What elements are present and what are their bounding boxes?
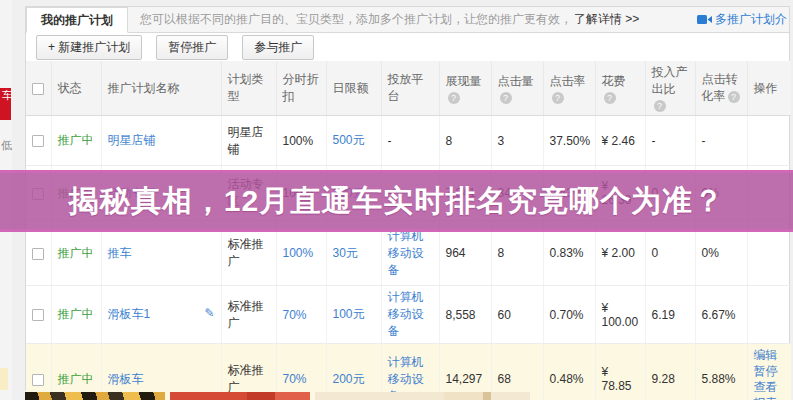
actions-cell xyxy=(747,116,791,166)
column-header-label: 计划类型 xyxy=(228,72,264,103)
status-cell: 推广中 xyxy=(51,286,101,344)
table-row: 推广中滑板车1✎标准推广70%100元计算机 移动设备8,558600.70%¥… xyxy=(26,286,791,344)
column-header-label: 推广计划名称 xyxy=(108,81,180,95)
sidebar-red-badge: 车 xyxy=(0,88,11,120)
status-badge: 推广中 xyxy=(58,133,94,147)
info-icon[interactable]: ? xyxy=(552,92,564,104)
column-header-9: 花费? xyxy=(595,61,645,116)
column-header-label: 展现量 xyxy=(446,74,482,88)
column-header-label: 花费 xyxy=(602,74,626,88)
discount-cell: 70% xyxy=(276,286,326,344)
status-badge: 推广中 xyxy=(58,307,94,321)
column-header-label: 点击率 xyxy=(550,74,586,88)
impressions-cell: 8,558 xyxy=(439,286,491,344)
campaign-name-link[interactable]: 滑板车1 xyxy=(108,307,151,321)
row-checkbox[interactable] xyxy=(32,248,44,260)
status-cell: 推广中 xyxy=(51,116,101,166)
tab-hint-text: 您可以根据不同的推广目的、宝贝类型，添加多个推广计划，让您的推广更有效， xyxy=(140,11,572,28)
video-camera-icon xyxy=(697,14,712,25)
banner-overlay-text: 揭秘真相，12月直通车实时排名究竟哪个为准？ xyxy=(69,181,724,222)
campaign-name-link[interactable]: 滑板车 xyxy=(108,372,144,386)
table-header-row: 状态推广计划名称计划类型分时折扣日限额投放平台展现量?点击量?点击率?花费?投入… xyxy=(26,61,791,116)
plan-type-cell: 标准推广 xyxy=(221,286,276,344)
ctr-cell: 37.50% xyxy=(543,116,595,166)
select-all-checkbox[interactable] xyxy=(32,83,44,95)
sidebar-text-fragment: 低 xyxy=(1,138,12,153)
discount-value[interactable]: 100% xyxy=(283,246,314,260)
plan-type-cell: 明星店铺 xyxy=(221,116,276,166)
video-link-label: 多推广计划介 xyxy=(715,11,787,28)
column-header-label: 操作 xyxy=(754,81,778,95)
action-link[interactable]: 暂停 xyxy=(754,363,786,379)
column-header-0: 状态 xyxy=(51,61,101,116)
join-campaign-button[interactable]: 参与推广 xyxy=(242,35,314,60)
bottom-thumbnail-2[interactable] xyxy=(170,392,310,400)
ctr-cell: 0.70% xyxy=(543,286,595,344)
column-header-12: 操作 xyxy=(747,61,791,116)
column-header-label: 投放平台 xyxy=(388,72,424,103)
campaign-name-link[interactable]: 明星店铺 xyxy=(108,133,156,147)
action-link[interactable]: 查看报表 xyxy=(754,379,786,400)
roi-cell: 9.28 xyxy=(645,344,695,400)
column-header-label: 日限额 xyxy=(333,81,369,95)
actions-cell xyxy=(747,286,791,344)
cvr-cell: 5.88% xyxy=(695,344,747,400)
info-icon[interactable]: ? xyxy=(728,91,740,103)
column-header-2: 计划类型 xyxy=(221,61,276,116)
campaign-name-cell: 滑板车1✎ xyxy=(101,286,221,344)
edit-pencil-icon[interactable]: ✎ xyxy=(204,306,214,320)
column-header-label: 投入产出比 xyxy=(652,65,688,96)
platform-cell: 计算机 移动设备 xyxy=(381,286,439,344)
column-header-3: 分时折扣 xyxy=(276,61,326,116)
learn-more-link[interactable]: 了解详情 >> xyxy=(574,11,639,28)
daily-budget-link[interactable]: 500元 xyxy=(333,133,365,147)
cost-cell: ¥ 100.00 xyxy=(595,286,645,344)
row-checkbox[interactable] xyxy=(32,309,44,321)
discount-value[interactable]: 70% xyxy=(283,308,307,322)
column-header-label: 分时折扣 xyxy=(283,72,319,103)
status-badge: 推广中 xyxy=(58,246,94,260)
discount-value[interactable]: 70% xyxy=(283,372,307,386)
info-icon[interactable]: ? xyxy=(448,92,460,104)
discount-value: 100% xyxy=(283,134,314,148)
platform-value[interactable]: 计算机 移动设备 xyxy=(388,229,424,277)
clicks-cell: 60 xyxy=(491,286,543,344)
toolbar: + 新建推广计划 暂停推广 参与推广 xyxy=(26,33,789,61)
sidebar-yellow-sliver xyxy=(0,368,8,390)
column-header-4: 日限额 xyxy=(326,61,381,116)
daily-budget-link[interactable]: 100元 xyxy=(333,307,365,321)
row-select-cell xyxy=(26,286,51,344)
info-icon[interactable]: ? xyxy=(500,92,512,104)
bottom-thumbnail-1[interactable] xyxy=(25,392,165,400)
table-row: 推广中明星店铺明星店铺100%500元-8337.50%¥ 2.46-- xyxy=(26,116,791,166)
select-all-header xyxy=(26,61,51,116)
action-link[interactable]: 编辑 xyxy=(754,347,786,363)
row-select-cell xyxy=(26,116,51,166)
impressions-cell: 8 xyxy=(439,116,491,166)
tab-my-campaigns[interactable]: 我的推广计划 xyxy=(26,7,128,33)
campaign-name-link[interactable]: 推车 xyxy=(108,246,132,260)
column-header-8: 点击率? xyxy=(543,61,595,116)
pause-campaign-button[interactable]: 暂停推广 xyxy=(156,35,228,60)
tab-bar: 我的推广计划 您可以根据不同的推广目的、宝贝类型，添加多个推广计划，让您的推广更… xyxy=(26,7,789,33)
campaign-name-cell: 明星店铺 xyxy=(101,116,221,166)
bottom-thumbnail-3[interactable] xyxy=(315,392,530,400)
daily-budget-link[interactable]: 30元 xyxy=(333,246,358,260)
cvr-cell: - xyxy=(695,116,747,166)
actions-cell: 编辑暂停查看报表 xyxy=(747,344,791,400)
daily-budget-cell: 100元 xyxy=(326,286,381,344)
row-checkbox[interactable] xyxy=(32,374,44,386)
column-header-11: 点击转化率? xyxy=(695,61,747,116)
daily-budget-link[interactable]: 200元 xyxy=(333,372,365,386)
cost-cell: ¥ 2.46 xyxy=(595,116,645,166)
platform-value[interactable]: 计算机 移动设备 xyxy=(388,290,424,338)
multi-plan-video-link[interactable]: 多推广计划介 xyxy=(697,11,787,28)
column-header-5: 投放平台 xyxy=(381,61,439,116)
roi-cell: 6.19 xyxy=(645,286,695,344)
row-checkbox[interactable] xyxy=(32,135,44,147)
column-header-label: 点击量 xyxy=(498,74,534,88)
info-icon[interactable]: ? xyxy=(654,100,666,112)
info-icon[interactable]: ? xyxy=(604,92,616,104)
page: 车 低 我的推广计划 您可以根据不同的推广目的、宝贝类型，添加多个推广计划，让您… xyxy=(0,0,793,400)
new-campaign-button[interactable]: + 新建推广计划 xyxy=(36,35,142,60)
